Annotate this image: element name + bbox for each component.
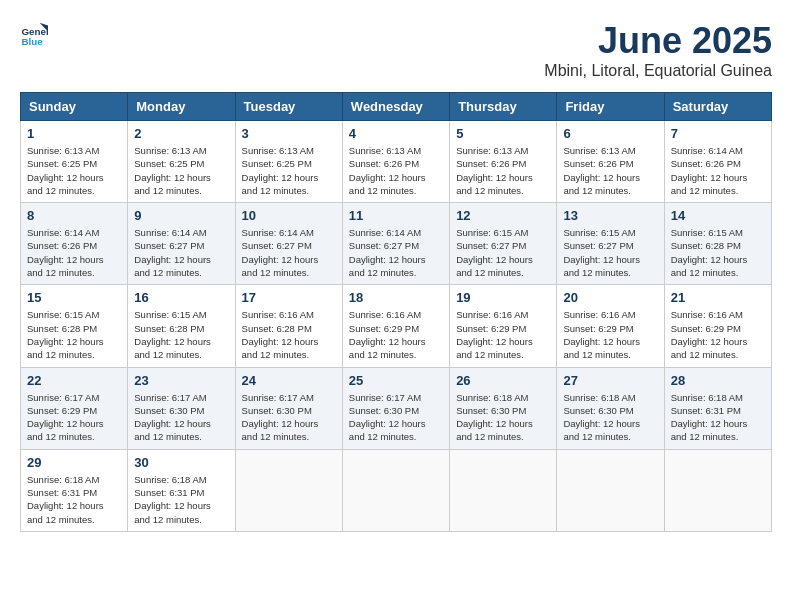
day-number: 24 [242, 373, 336, 388]
logo: General Blue [20, 20, 48, 48]
calendar-cell: 30Sunrise: 6:18 AMSunset: 6:31 PMDayligh… [128, 449, 235, 531]
day-number: 29 [27, 455, 121, 470]
calendar-cell: 13Sunrise: 6:15 AMSunset: 6:27 PMDayligh… [557, 203, 664, 285]
day-info: Sunrise: 6:15 AMSunset: 6:27 PMDaylight:… [456, 226, 550, 279]
day-info: Sunrise: 6:13 AMSunset: 6:26 PMDaylight:… [563, 144, 657, 197]
day-info: Sunrise: 6:18 AMSunset: 6:31 PMDaylight:… [671, 391, 765, 444]
calendar-cell: 24Sunrise: 6:17 AMSunset: 6:30 PMDayligh… [235, 367, 342, 449]
day-info: Sunrise: 6:15 AMSunset: 6:27 PMDaylight:… [563, 226, 657, 279]
day-number: 11 [349, 208, 443, 223]
calendar-cell: 28Sunrise: 6:18 AMSunset: 6:31 PMDayligh… [664, 367, 771, 449]
day-number: 8 [27, 208, 121, 223]
column-header-wednesday: Wednesday [342, 93, 449, 121]
logo-icon: General Blue [20, 20, 48, 48]
day-info: Sunrise: 6:16 AMSunset: 6:29 PMDaylight:… [563, 308, 657, 361]
calendar-cell: 6Sunrise: 6:13 AMSunset: 6:26 PMDaylight… [557, 121, 664, 203]
day-info: Sunrise: 6:13 AMSunset: 6:26 PMDaylight:… [456, 144, 550, 197]
calendar-cell: 1Sunrise: 6:13 AMSunset: 6:25 PMDaylight… [21, 121, 128, 203]
calendar-cell: 21Sunrise: 6:16 AMSunset: 6:29 PMDayligh… [664, 285, 771, 367]
calendar-week-row: 8Sunrise: 6:14 AMSunset: 6:26 PMDaylight… [21, 203, 772, 285]
calendar-cell: 29Sunrise: 6:18 AMSunset: 6:31 PMDayligh… [21, 449, 128, 531]
day-info: Sunrise: 6:18 AMSunset: 6:31 PMDaylight:… [134, 473, 228, 526]
svg-text:Blue: Blue [21, 36, 43, 47]
day-number: 3 [242, 126, 336, 141]
column-header-friday: Friday [557, 93, 664, 121]
calendar-table: SundayMondayTuesdayWednesdayThursdayFrid… [20, 92, 772, 532]
day-number: 13 [563, 208, 657, 223]
day-info: Sunrise: 6:17 AMSunset: 6:30 PMDaylight:… [349, 391, 443, 444]
day-info: Sunrise: 6:13 AMSunset: 6:25 PMDaylight:… [134, 144, 228, 197]
day-info: Sunrise: 6:13 AMSunset: 6:25 PMDaylight:… [27, 144, 121, 197]
day-number: 2 [134, 126, 228, 141]
day-info: Sunrise: 6:14 AMSunset: 6:26 PMDaylight:… [27, 226, 121, 279]
day-info: Sunrise: 6:15 AMSunset: 6:28 PMDaylight:… [27, 308, 121, 361]
day-number: 28 [671, 373, 765, 388]
calendar-cell: 5Sunrise: 6:13 AMSunset: 6:26 PMDaylight… [450, 121, 557, 203]
day-info: Sunrise: 6:16 AMSunset: 6:29 PMDaylight:… [349, 308, 443, 361]
calendar-cell [342, 449, 449, 531]
day-info: Sunrise: 6:13 AMSunset: 6:26 PMDaylight:… [349, 144, 443, 197]
calendar-cell: 12Sunrise: 6:15 AMSunset: 6:27 PMDayligh… [450, 203, 557, 285]
calendar-cell: 18Sunrise: 6:16 AMSunset: 6:29 PMDayligh… [342, 285, 449, 367]
day-number: 19 [456, 290, 550, 305]
calendar-cell: 22Sunrise: 6:17 AMSunset: 6:29 PMDayligh… [21, 367, 128, 449]
day-number: 26 [456, 373, 550, 388]
calendar-cell: 17Sunrise: 6:16 AMSunset: 6:28 PMDayligh… [235, 285, 342, 367]
day-info: Sunrise: 6:14 AMSunset: 6:27 PMDaylight:… [242, 226, 336, 279]
column-header-tuesday: Tuesday [235, 93, 342, 121]
calendar-week-row: 1Sunrise: 6:13 AMSunset: 6:25 PMDaylight… [21, 121, 772, 203]
day-info: Sunrise: 6:16 AMSunset: 6:28 PMDaylight:… [242, 308, 336, 361]
month-title: June 2025 [544, 20, 772, 62]
day-number: 25 [349, 373, 443, 388]
day-info: Sunrise: 6:17 AMSunset: 6:30 PMDaylight:… [134, 391, 228, 444]
column-header-thursday: Thursday [450, 93, 557, 121]
day-number: 1 [27, 126, 121, 141]
column-header-sunday: Sunday [21, 93, 128, 121]
day-number: 4 [349, 126, 443, 141]
calendar-cell: 14Sunrise: 6:15 AMSunset: 6:28 PMDayligh… [664, 203, 771, 285]
day-number: 10 [242, 208, 336, 223]
day-number: 7 [671, 126, 765, 141]
day-info: Sunrise: 6:18 AMSunset: 6:30 PMDaylight:… [456, 391, 550, 444]
day-info: Sunrise: 6:14 AMSunset: 6:27 PMDaylight:… [349, 226, 443, 279]
calendar-cell: 7Sunrise: 6:14 AMSunset: 6:26 PMDaylight… [664, 121, 771, 203]
calendar-cell: 25Sunrise: 6:17 AMSunset: 6:30 PMDayligh… [342, 367, 449, 449]
calendar-cell: 26Sunrise: 6:18 AMSunset: 6:30 PMDayligh… [450, 367, 557, 449]
day-number: 20 [563, 290, 657, 305]
calendar-cell: 9Sunrise: 6:14 AMSunset: 6:27 PMDaylight… [128, 203, 235, 285]
calendar-cell: 20Sunrise: 6:16 AMSunset: 6:29 PMDayligh… [557, 285, 664, 367]
title-area: June 2025 Mbini, Litoral, Equatorial Gui… [544, 20, 772, 80]
day-number: 16 [134, 290, 228, 305]
day-number: 17 [242, 290, 336, 305]
calendar-cell [664, 449, 771, 531]
calendar-cell: 11Sunrise: 6:14 AMSunset: 6:27 PMDayligh… [342, 203, 449, 285]
calendar-week-row: 29Sunrise: 6:18 AMSunset: 6:31 PMDayligh… [21, 449, 772, 531]
day-info: Sunrise: 6:13 AMSunset: 6:25 PMDaylight:… [242, 144, 336, 197]
calendar-cell: 15Sunrise: 6:15 AMSunset: 6:28 PMDayligh… [21, 285, 128, 367]
day-number: 5 [456, 126, 550, 141]
day-number: 21 [671, 290, 765, 305]
day-number: 12 [456, 208, 550, 223]
calendar-week-row: 15Sunrise: 6:15 AMSunset: 6:28 PMDayligh… [21, 285, 772, 367]
calendar-cell: 8Sunrise: 6:14 AMSunset: 6:26 PMDaylight… [21, 203, 128, 285]
calendar-cell: 2Sunrise: 6:13 AMSunset: 6:25 PMDaylight… [128, 121, 235, 203]
day-info: Sunrise: 6:17 AMSunset: 6:29 PMDaylight:… [27, 391, 121, 444]
day-number: 22 [27, 373, 121, 388]
day-number: 6 [563, 126, 657, 141]
day-number: 9 [134, 208, 228, 223]
day-number: 23 [134, 373, 228, 388]
calendar-cell: 10Sunrise: 6:14 AMSunset: 6:27 PMDayligh… [235, 203, 342, 285]
calendar-cell [557, 449, 664, 531]
column-header-saturday: Saturday [664, 93, 771, 121]
day-info: Sunrise: 6:14 AMSunset: 6:26 PMDaylight:… [671, 144, 765, 197]
day-info: Sunrise: 6:17 AMSunset: 6:30 PMDaylight:… [242, 391, 336, 444]
day-number: 15 [27, 290, 121, 305]
day-info: Sunrise: 6:18 AMSunset: 6:30 PMDaylight:… [563, 391, 657, 444]
day-info: Sunrise: 6:18 AMSunset: 6:31 PMDaylight:… [27, 473, 121, 526]
day-info: Sunrise: 6:15 AMSunset: 6:28 PMDaylight:… [134, 308, 228, 361]
day-info: Sunrise: 6:16 AMSunset: 6:29 PMDaylight:… [671, 308, 765, 361]
day-info: Sunrise: 6:14 AMSunset: 6:27 PMDaylight:… [134, 226, 228, 279]
day-number: 27 [563, 373, 657, 388]
calendar-header-row: SundayMondayTuesdayWednesdayThursdayFrid… [21, 93, 772, 121]
day-info: Sunrise: 6:15 AMSunset: 6:28 PMDaylight:… [671, 226, 765, 279]
